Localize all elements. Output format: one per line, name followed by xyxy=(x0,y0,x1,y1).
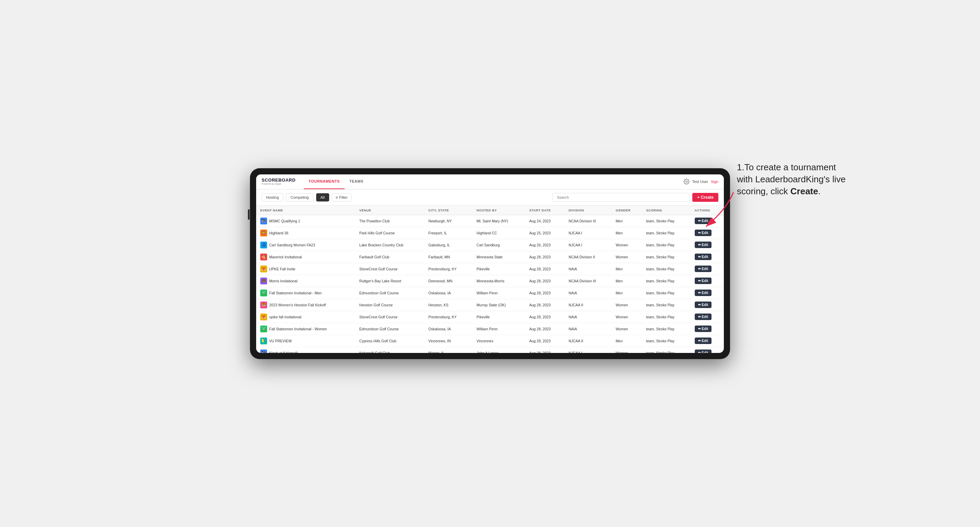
tablet-screen: SCOREBOARD Powered by clippit TOURNAMENT… xyxy=(256,175,724,353)
tablet-frame: SCOREBOARD Powered by clippit TOURNAMENT… xyxy=(250,168,730,359)
cell-event-name-4: 🦊 UPKE Fall Invite xyxy=(256,263,355,275)
table-row: ⚔️ Fall Statesmen Invitational - Men Edm… xyxy=(256,287,724,299)
competing-button[interactable]: Competing xyxy=(286,193,313,202)
cell-venue-1: Park Hills Golf Course xyxy=(355,227,425,239)
event-name-text-3: Maverick Invitational xyxy=(269,255,302,259)
cell-actions-5: ✏ Edit xyxy=(690,275,724,287)
search-input[interactable] xyxy=(552,193,690,202)
edit-button-4[interactable]: ✏ Edit xyxy=(695,265,712,272)
svg-point-0 xyxy=(686,181,687,183)
table-row: 🐴 Maverick Invitational Faribault Golf C… xyxy=(256,251,724,263)
logo-text: SCOREBOARD xyxy=(262,178,296,183)
event-name-text-11: Klash at Kokopelli xyxy=(269,351,298,353)
cell-event-name-2: 🔵 Carl Sandburg Women FA23 xyxy=(256,239,355,251)
table-row: 🦅 MSMC Qualifying 1 The Powelton Club Ne… xyxy=(256,215,724,227)
edit-button-9[interactable]: ✏ Edit xyxy=(695,325,712,332)
filter-button[interactable]: ≡ Filter xyxy=(332,193,352,202)
cell-scoring-0: team, Stroke Play xyxy=(642,215,690,227)
cell-city-11: Marion, IL xyxy=(424,347,473,353)
cell-division-5: NCAA Division III xyxy=(565,275,611,287)
cell-scoring-7: team, Stroke Play xyxy=(642,299,690,311)
cell-division-0: NCAA Division III xyxy=(565,215,611,227)
event-name-text-6: Fall Statesmen Invitational - Men xyxy=(269,291,321,295)
gear-icon[interactable] xyxy=(683,179,690,185)
cell-division-10: NJCAA II xyxy=(565,335,611,347)
table-row: 🐻 Morris Invitational Ruttger's Bay Lake… xyxy=(256,275,724,287)
cell-gender-0: Men xyxy=(612,215,642,227)
cell-scoring-11: team, Stroke Play xyxy=(642,347,690,353)
cell-venue-9: Edmundson Golf Course xyxy=(355,323,425,335)
cell-actions-4: ✏ Edit xyxy=(690,263,724,275)
event-icon-8: 🦊 xyxy=(260,314,267,321)
cell-date-4: Aug 28, 2023 xyxy=(525,263,565,275)
cell-venue-5: Ruttger's Bay Lake Resort xyxy=(355,275,425,287)
event-icon-10: 🔰 xyxy=(260,338,267,344)
header-signin[interactable]: Sign xyxy=(711,179,718,184)
edit-button-8[interactable]: ✏ Edit xyxy=(695,314,712,320)
cell-date-1: Aug 25, 2023 xyxy=(525,227,565,239)
cell-division-4: NAIA xyxy=(565,263,611,275)
cell-division-7: NJCAA II xyxy=(565,299,611,311)
edit-button-10[interactable]: ✏ Edit xyxy=(695,338,712,344)
cell-gender-8: Women xyxy=(612,311,642,323)
edit-button-7[interactable]: ✏ Edit xyxy=(695,302,712,308)
cell-date-10: Aug 28, 2023 xyxy=(525,335,565,347)
table-header-row: EVENT NAME VENUE CITY, STATE HOSTED BY S… xyxy=(256,206,724,215)
cell-scoring-3: team, Stroke Play xyxy=(642,251,690,263)
cell-venue-4: StoneCrest Golf Course xyxy=(355,263,425,275)
cell-city-8: Prestonsburg, KY xyxy=(424,311,473,323)
edit-button-6[interactable]: ✏ Edit xyxy=(695,289,712,296)
cell-hosted-9: William Penn xyxy=(473,323,525,335)
table-row: 🦅 Klash at Kokopelli Kokopelli Golf Club… xyxy=(256,347,724,353)
cell-city-6: Oskaloosa, IA xyxy=(424,287,473,299)
event-icon-2: 🔵 xyxy=(260,241,267,248)
cell-venue-6: Edmundson Golf Course xyxy=(355,287,425,299)
cell-date-11: Aug 28, 2023 xyxy=(525,347,565,353)
event-icon-11: 🦅 xyxy=(260,349,267,353)
tab-tournaments[interactable]: TOURNAMENTS xyxy=(304,175,345,189)
cell-hosted-2: Carl Sandburg xyxy=(473,239,525,251)
cell-event-name-9: ⚔️ Fall Statesmen Invitational - Women xyxy=(256,323,355,335)
cell-event-name-5: 🐻 Morris Invitational xyxy=(256,275,355,287)
nav-tabs: TOURNAMENTS TEAMS xyxy=(304,175,368,189)
cell-date-8: Aug 28, 2023 xyxy=(525,311,565,323)
cell-city-4: Prestonsburg, KY xyxy=(424,263,473,275)
toolbar: Hosting Competing All ≡ Filter + Create xyxy=(256,189,724,206)
cell-actions-6: ✏ Edit xyxy=(690,287,724,299)
cell-scoring-10: team, Stroke Play xyxy=(642,335,690,347)
cell-date-6: Aug 28, 2023 xyxy=(525,287,565,299)
event-icon-6: ⚔️ xyxy=(260,289,267,297)
cell-gender-10: Men xyxy=(612,335,642,347)
cell-event-name-11: 🦅 Klash at Kokopelli xyxy=(256,347,355,353)
cell-date-5: Aug 28, 2023 xyxy=(525,275,565,287)
cell-gender-11: Women xyxy=(612,347,642,353)
event-icon-1: 🦁 xyxy=(260,230,267,237)
header-user: Test User xyxy=(692,179,708,184)
cell-event-name-0: 🦅 MSMC Qualifying 1 xyxy=(256,215,355,227)
cell-actions-8: ✏ Edit xyxy=(690,311,724,323)
edit-button-11[interactable]: ✏ Edit xyxy=(695,349,712,353)
cell-event-name-8: 🦊 upike fall invitational xyxy=(256,311,355,323)
all-button[interactable]: All xyxy=(316,193,329,202)
cell-date-7: Aug 28, 2023 xyxy=(525,299,565,311)
edit-button-5[interactable]: ✏ Edit xyxy=(695,278,712,284)
cell-hosted-7: Murray State (OK) xyxy=(473,299,525,311)
cell-gender-5: Men xyxy=(612,275,642,287)
event-name-text-0: MSMC Qualifying 1 xyxy=(269,219,300,223)
event-name-text-7: 2023 Women's Hesston Fall Kickoff xyxy=(269,303,326,307)
edit-button-2[interactable]: ✏ Edit xyxy=(695,241,712,248)
col-venue: VENUE xyxy=(355,206,425,215)
edit-button-1[interactable]: ✏ Edit xyxy=(695,230,712,236)
table-row: ⚔️ Fall Statesmen Invitational - Women E… xyxy=(256,323,724,335)
cell-scoring-1: team, Stroke Play xyxy=(642,227,690,239)
hosting-button[interactable]: Hosting xyxy=(262,193,283,202)
tablet-side-button xyxy=(248,210,250,220)
tab-teams[interactable]: TEAMS xyxy=(345,175,368,189)
cell-city-9: Oskaloosa, IA xyxy=(424,323,473,335)
event-name-text-1: Highland 36 xyxy=(269,231,288,235)
event-icon-5: 🐻 xyxy=(260,278,267,284)
edit-button-3[interactable]: ✏ Edit xyxy=(695,254,712,260)
cell-city-7: Hesston, KS xyxy=(424,299,473,311)
event-icon-0: 🦅 xyxy=(260,217,267,224)
col-gender: GENDER xyxy=(612,206,642,215)
